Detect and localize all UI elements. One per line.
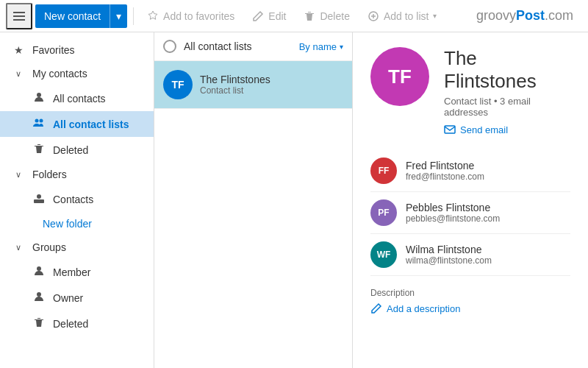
member-avatar: FF	[370, 158, 397, 184]
member-list: FF Fred Flintstone fred@flintstone.com P…	[370, 150, 570, 276]
svg-point-10	[37, 292, 41, 297]
main-layout: ★ Favorites ∨ My contacts All contacts A…	[0, 32, 588, 368]
svg-rect-1	[13, 15, 25, 17]
hamburger-button[interactable]	[6, 3, 32, 29]
sidebar-item-owner[interactable]: Owner	[0, 285, 154, 311]
sidebar-item-label-new-folder: New folder	[43, 218, 92, 230]
sidebar-item-label-groups: Groups	[32, 241, 66, 253]
member-item[interactable]: FF Fred Flintstone fred@flintstone.com	[370, 150, 570, 192]
detail-name: The Flintstones	[444, 47, 570, 93]
sidebar-item-favorites[interactable]: ★ Favorites	[0, 38, 154, 62]
pencil-icon	[370, 302, 382, 314]
svg-point-7	[37, 194, 41, 199]
sidebar-item-groups[interactable]: ∨ Groups	[0, 236, 154, 259]
sidebar-item-groups-deleted[interactable]: Deleted	[0, 311, 154, 336]
svg-rect-0	[13, 12, 25, 13]
member-name: Wilma Flintstone	[406, 244, 492, 255]
member-info: Fred Flintstone fred@flintstone.com	[406, 160, 484, 182]
sidebar-item-label-deleted: Deleted	[53, 144, 88, 156]
svg-rect-11	[445, 126, 455, 133]
contact-items-container: TF The Flintstones Contact list	[154, 61, 352, 109]
svg-point-4	[37, 93, 41, 97]
member-info: Wilma Flintstone wilma@flintstone.com	[406, 244, 492, 266]
new-contact-dropdown-arrow[interactable]: ▾	[110, 4, 127, 28]
person-icon	[32, 91, 46, 105]
add-description-action[interactable]: Add a description	[370, 302, 570, 314]
member-name: Fred Flintstone	[406, 160, 484, 171]
new-contact-main-label: New contact	[35, 4, 110, 28]
add-description-label: Add a description	[387, 303, 460, 314]
delete-label: Delete	[320, 10, 349, 22]
sidebar: ★ Favorites ∨ My contacts All contacts A…	[0, 32, 154, 368]
member-avatar: PF	[370, 199, 397, 226]
contact-item[interactable]: TF The Flintstones Contact list	[154, 61, 352, 109]
svg-rect-2	[13, 19, 25, 21]
add-to-list-arrow: ▾	[433, 12, 437, 20]
sidebar-item-label-member: Member	[53, 266, 90, 278]
detail-avatar: TF	[370, 47, 429, 106]
member-name: Pebbles Flintstone	[406, 202, 500, 213]
add-to-list-button[interactable]: Add to list ▾	[360, 6, 444, 26]
send-email-label: Send email	[460, 124, 508, 135]
email-icon	[444, 124, 456, 135]
svg-point-9	[37, 266, 41, 271]
contact-list-header: All contact lists By name ▾	[154, 32, 352, 61]
sidebar-item-label-favorites: Favorites	[32, 44, 75, 56]
contact-list-panel: All contact lists By name ▾ TF The Flint…	[154, 32, 353, 368]
sidebar-item-all-contact-lists[interactable]: All contact lists	[0, 111, 154, 137]
new-contact-button[interactable]: New contact ▾	[35, 4, 127, 28]
sidebar-item-new-folder[interactable]: New folder	[0, 212, 154, 236]
member-info: Pebbles Flintstone pebbles@flintstone.co…	[406, 202, 500, 224]
sidebar-item-folders[interactable]: ∨ Folders	[0, 163, 154, 186]
detail-info: The Flintstones Contact list • 3 email a…	[444, 47, 570, 135]
member-item[interactable]: PF Pebbles Flintstone pebbles@flintstone…	[370, 192, 570, 234]
sidebar-item-contacts[interactable]: Contacts	[0, 186, 154, 212]
add-favorites-label: Add to favorites	[163, 10, 234, 22]
chevron-down-icon: ∨	[12, 69, 25, 79]
sidebar-item-label-all-contact-lists: All contact lists	[53, 118, 129, 130]
sort-button[interactable]: By name ▾	[299, 41, 343, 52]
sidebar-item-deleted[interactable]: Deleted	[0, 137, 154, 163]
send-email-action[interactable]: Send email	[444, 124, 570, 135]
sidebar-item-label-folders: Folders	[32, 169, 67, 180]
contact-name: The Flintstones	[200, 74, 270, 85]
add-to-list-label: Add to list	[384, 10, 429, 22]
contact-list-header-title: All contact lists	[184, 40, 292, 52]
member-email: wilma@flintstone.com	[406, 255, 492, 266]
description-label: Description	[370, 288, 570, 298]
delete-button[interactable]: Delete	[296, 6, 356, 26]
toolbar: New contact ▾ Add to favorites Edit Dele…	[0, 0, 588, 32]
sidebar-item-label-owner: Owner	[53, 292, 83, 304]
contact-lists-icon	[32, 117, 46, 131]
star-icon: ★	[12, 44, 25, 56]
sidebar-item-my-contacts[interactable]: ∨ My contacts	[0, 62, 154, 85]
contact-info: The Flintstones Contact list	[200, 74, 270, 96]
toolbar-separator-1	[133, 7, 134, 25]
sidebar-item-label-all-contacts: All contacts	[53, 93, 106, 105]
all-contact-lists-radio[interactable]	[163, 40, 176, 53]
contact-avatar: TF	[163, 70, 193, 99]
description-section: Description Add a description	[370, 288, 570, 314]
sidebar-item-label-my-contacts: My contacts	[32, 68, 87, 79]
trash-icon	[32, 143, 46, 157]
sidebar-item-all-contacts[interactable]: All contacts	[0, 85, 154, 111]
member-icon	[32, 265, 46, 279]
detail-avatar-initials: TF	[388, 66, 412, 88]
chevron-down-icon-folders: ∨	[12, 170, 25, 180]
member-avatar: WF	[370, 241, 397, 268]
edit-label: Edit	[268, 10, 286, 22]
sidebar-item-member[interactable]: Member	[0, 259, 154, 285]
detail-meta: Contact list • 3 email addresses	[444, 96, 570, 118]
groups-trash-icon	[32, 316, 46, 330]
member-email: fred@flintstone.com	[406, 171, 484, 182]
add-favorites-button[interactable]: Add to favorites	[140, 6, 242, 26]
contacts-folder-icon	[32, 192, 46, 206]
svg-rect-8	[34, 199, 44, 203]
sidebar-item-label-contacts: Contacts	[53, 194, 93, 205]
owner-icon	[32, 291, 46, 305]
sort-label: By name	[299, 41, 337, 52]
svg-point-6	[40, 119, 43, 123]
chevron-down-icon-groups: ∨	[12, 243, 25, 252]
edit-button[interactable]: Edit	[245, 6, 293, 26]
member-item[interactable]: WF Wilma Flintstone wilma@flintstone.com	[370, 234, 570, 276]
